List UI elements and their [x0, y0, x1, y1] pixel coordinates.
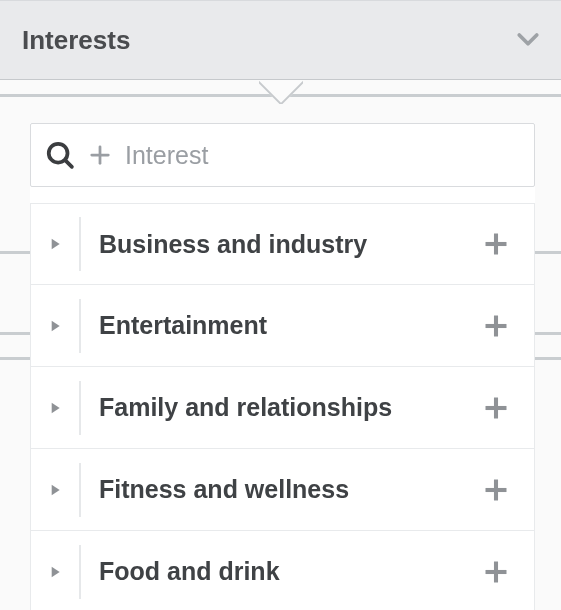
dropdown-pointer — [259, 80, 303, 104]
search-icon — [45, 140, 75, 170]
svg-line-1 — [66, 161, 72, 167]
category-label: Fitness and wellness — [99, 475, 476, 504]
divider — [79, 381, 81, 435]
divider — [79, 545, 81, 599]
add-button[interactable] — [476, 306, 516, 346]
category-list: Business and industry Entertainment — [30, 203, 535, 610]
chevron-down-icon — [513, 25, 543, 55]
list-item[interactable]: Food and drink — [30, 531, 535, 610]
category-label: Entertainment — [99, 311, 476, 340]
category-label: Business and industry — [99, 230, 476, 259]
list-item[interactable]: Fitness and wellness — [30, 449, 535, 531]
expand-icon[interactable] — [31, 318, 79, 334]
expand-icon[interactable] — [31, 564, 79, 580]
expand-icon[interactable] — [31, 482, 79, 498]
list-item[interactable]: Family and relationships — [30, 367, 535, 449]
add-button[interactable] — [476, 470, 516, 510]
add-button[interactable] — [476, 388, 516, 428]
interests-header[interactable]: Interests — [0, 0, 561, 80]
search-input[interactable] — [125, 141, 520, 170]
expand-icon[interactable] — [31, 400, 79, 416]
category-label: Food and drink — [99, 557, 476, 586]
plus-icon — [87, 142, 113, 168]
list-item[interactable]: Business and industry — [30, 203, 535, 285]
search-row[interactable] — [30, 123, 535, 187]
divider — [79, 299, 81, 353]
add-button[interactable] — [476, 552, 516, 592]
category-label: Family and relationships — [99, 393, 476, 422]
interests-title: Interests — [22, 25, 130, 56]
add-button[interactable] — [476, 224, 516, 264]
divider — [79, 217, 81, 271]
interests-panel: Business and industry Entertainment — [30, 123, 535, 610]
expand-icon[interactable] — [31, 236, 79, 252]
divider — [79, 463, 81, 517]
list-item[interactable]: Entertainment — [30, 285, 535, 367]
